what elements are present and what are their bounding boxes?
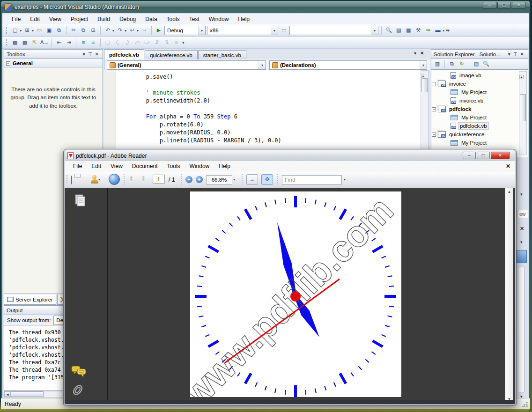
- toolbox-icon[interactable]: ⚒: [414, 26, 422, 35]
- display-parameter-info-icon[interactable]: ▩: [21, 38, 29, 47]
- collaborate-caret-icon[interactable]: ▾: [98, 177, 100, 182]
- solution-explorer-icon[interactable]: 🔍: [384, 26, 393, 35]
- tree-item-pdfclock[interactable]: −pdfclock: [432, 105, 518, 113]
- tree-item-quickreference[interactable]: −quickreference: [432, 130, 518, 139]
- menubar-close-icon[interactable]: ✕: [506, 163, 510, 169]
- next-bookmark-icon[interactable]: ⤸: [123, 38, 132, 47]
- scrollbar-thumb[interactable]: [11, 391, 44, 397]
- cut-icon[interactable]: ✂: [69, 26, 78, 35]
- immediate-window-icon[interactable]: ⇒: [424, 26, 432, 35]
- vs-close-button[interactable]: ✕: [512, 2, 525, 9]
- platform-combo[interactable]: x86 ▾: [207, 26, 278, 35]
- new-project-caret[interactable]: ▾: [20, 29, 22, 33]
- adobe-titlebar[interactable]: pdfclock.pdf - Adobe Reader: [65, 150, 515, 161]
- display-object-member-list-icon[interactable]: ▩: [11, 38, 19, 47]
- tree-item-pdfclock-vb[interactable]: pdfclock.vb: [432, 122, 518, 130]
- command-window-icon[interactable]: ▬: [434, 26, 442, 35]
- toggle-bookmark-icon[interactable]: ▢: [103, 38, 112, 47]
- next-page-icon[interactable]: ⬇: [140, 175, 147, 183]
- share-document-icon[interactable]: [109, 174, 120, 185]
- show-all-files-icon[interactable]: ⧉: [448, 60, 456, 68]
- tree-expander-icon[interactable]: −: [432, 132, 436, 137]
- adobe-menu-window[interactable]: Window: [185, 162, 214, 171]
- zoom-caret-icon[interactable]: ▾: [233, 177, 235, 182]
- se-pin-icon[interactable]: ⊤: [512, 52, 519, 57]
- redo-icon[interactable]: ↷: [116, 26, 124, 35]
- debug-config-combo[interactable]: Debug ▾: [164, 26, 206, 35]
- find-input[interactable]: [282, 175, 342, 184]
- decrease-indent-icon[interactable]: ⇤: [55, 38, 63, 47]
- vs-menu-view[interactable]: View: [44, 15, 66, 24]
- adobe-menu-file[interactable]: File: [68, 162, 87, 171]
- adobe-vertical-scrollbar[interactable]: ▲ ▼: [505, 188, 513, 403]
- zoom-in-icon[interactable]: +: [196, 176, 203, 183]
- add-item-icon[interactable]: ⊞: [23, 26, 31, 35]
- attachments-panel-icon[interactable]: [72, 383, 83, 397]
- object-browser-icon[interactable]: ▦: [404, 26, 413, 35]
- vs-menu-test[interactable]: Test: [185, 15, 204, 24]
- scroll-up-icon[interactable]: ▲: [519, 75, 524, 79]
- view-class-diagram-icon[interactable]: 🔍: [482, 60, 490, 68]
- toolbar-overflow-icon[interactable]: ▾▾: [446, 28, 449, 33]
- scrollbar-thumb[interactable]: [421, 78, 428, 92]
- zoom-level-box[interactable]: 66.8%: [206, 175, 232, 184]
- tree-expander-icon[interactable]: −: [432, 107, 436, 111]
- tree-item-my-project[interactable]: My Project: [432, 113, 518, 122]
- editor-tab-starter_basic-vb[interactable]: starter_basic.vb: [198, 50, 246, 59]
- toolbox-menu-caret-icon[interactable]: ▾: [81, 52, 87, 57]
- comment-selection-icon[interactable]: ≡: [79, 38, 88, 47]
- combo-caret-icon[interactable]: ▾: [271, 26, 278, 35]
- solution-explorer-scrollbar[interactable]: ▲: [519, 71, 527, 154]
- panel-scrollbar-fragment[interactable]: [518, 267, 525, 392]
- scroll-up-icon[interactable]: ▲: [421, 74, 425, 78]
- toolbox-close-icon[interactable]: ✕: [94, 52, 100, 57]
- find-in-files-folder-icon[interactable]: ▭: [280, 26, 288, 35]
- properties-window-icon[interactable]: ▤: [394, 26, 403, 35]
- vs-menu-project[interactable]: Project: [66, 15, 93, 24]
- adobe-menu-view[interactable]: View: [106, 162, 127, 171]
- toolbox-titlebar[interactable]: Toolbox ▾ ⊤ ✕: [4, 49, 103, 59]
- vs-menu-help[interactable]: Help: [233, 15, 254, 24]
- uncomment-selection-icon[interactable]: ≣: [89, 38, 97, 47]
- open-file-icon[interactable]: ▭: [35, 26, 44, 35]
- increase-indent-icon[interactable]: ⇥: [65, 38, 73, 47]
- close-document-icon[interactable]: ✕: [420, 51, 424, 56]
- navigate-forward-icon[interactable]: ↪: [140, 26, 148, 35]
- add-item-caret[interactable]: ▾: [32, 29, 34, 33]
- zoom-out-icon[interactable]: −: [185, 176, 192, 183]
- refresh-icon[interactable]: ↻: [458, 60, 466, 68]
- member-dropdown[interactable]: (Declarations) ▾: [269, 60, 427, 70]
- toolbox-pin-icon[interactable]: ⊤: [87, 52, 94, 57]
- page-number-input[interactable]: [153, 175, 165, 184]
- tree-item-invoice[interactable]: −invoice: [432, 80, 518, 88]
- display-quick-info-icon[interactable]: ⇱: [30, 38, 39, 47]
- display-word-completion-icon[interactable]: A→: [40, 38, 49, 47]
- panel-caret-icon[interactable]: ▾: [520, 192, 523, 197]
- undo-icon[interactable]: ↶: [103, 26, 112, 35]
- adobe-maximize-button[interactable]: ▢: [477, 152, 490, 159]
- view-code-icon[interactable]: ▤: [472, 60, 480, 68]
- se-close-icon[interactable]: ✕: [519, 52, 525, 57]
- save-icon[interactable]: ▣: [45, 26, 53, 35]
- tree-item-my-project[interactable]: My Project: [432, 139, 518, 147]
- command-caret[interactable]: ▾: [443, 29, 444, 33]
- toolbar-grip[interactable]: [66, 175, 69, 184]
- adobe-menu-help[interactable]: Help: [214, 162, 235, 171]
- vs-menu-file[interactable]: File: [7, 15, 25, 24]
- editor-tab-pdfclock-vb[interactable]: pdfclock.vb: [104, 49, 144, 59]
- previous-bookmark-folder-icon[interactable]: ⤺: [133, 38, 141, 47]
- pdf-page[interactable]: www.pdflib.com: [190, 191, 401, 397]
- fit-page-icon[interactable]: ✥: [261, 174, 273, 185]
- combo-caret-icon[interactable]: ▾: [420, 61, 427, 69]
- adobe-menu-edit[interactable]: Edit: [87, 162, 106, 171]
- scrollbar-thumb[interactable]: [520, 94, 526, 121]
- resize-grip[interactable]: [522, 402, 528, 407]
- pages-panel-icon[interactable]: [74, 194, 87, 207]
- tab-server-explorer[interactable]: Server Explorer: [4, 294, 56, 305]
- next-bookmark-folder-icon[interactable]: ⤻: [143, 38, 151, 47]
- save-all-icon[interactable]: ⧉: [55, 26, 63, 35]
- code-text[interactable]: p.save() ' minute strokes p.setlinewidth…: [119, 73, 281, 145]
- previous-page-icon[interactable]: ⬆: [128, 175, 134, 183]
- hidden-panel-tab[interactable]: ew: [517, 210, 528, 218]
- paste-icon[interactable]: ⊡: [89, 26, 97, 35]
